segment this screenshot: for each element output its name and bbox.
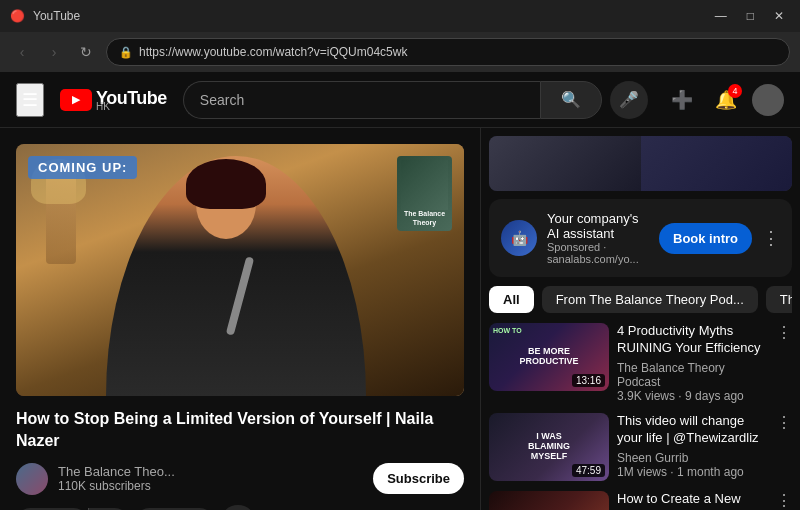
channel-row: The Balance Theo... 110K subscribers Sub…	[16, 463, 464, 495]
title-bar-title: YouTube	[33, 9, 80, 23]
thumb-label-1: BE MOREPRODUCTIVE	[517, 345, 580, 369]
chip-balance[interactable]: From The Balance Theory Pod...	[542, 286, 758, 313]
ad-logo-icon: 🤖	[511, 230, 528, 246]
rec-thumb-1: HOW TO BE MOREPRODUCTIVE 13:16	[489, 323, 609, 391]
rec-thumb-3: YOU NEEDTO HEARTHIS 1:26:19	[489, 491, 609, 510]
book-intro-button[interactable]: Book intro	[659, 223, 752, 254]
back-button[interactable]: ‹	[10, 40, 34, 64]
channel-name: The Balance Theo...	[58, 464, 363, 479]
rec-channel-1: The Balance Theory Podcast	[617, 361, 768, 389]
chip-all[interactable]: All	[489, 286, 534, 313]
main-content: COMING UP: The BalanceTheory How to Stop…	[0, 128, 800, 510]
rec-meta-1: 3.9K views · 9 days ago	[617, 389, 768, 403]
yt-logo-icon	[60, 89, 92, 111]
thumb-how-to-label: HOW TO	[493, 327, 522, 334]
rec-more-button-2[interactable]: ⋮	[776, 413, 792, 432]
ad-sponsored: Sponsored · sanalabs.com/yo...	[547, 241, 649, 265]
rec-title-3: How to Create a New Version of Yourself:…	[617, 491, 768, 510]
rec-video-1[interactable]: HOW TO BE MOREPRODUCTIVE 13:16 4 Product…	[489, 323, 792, 403]
title-bar-controls[interactable]: — □ ✕	[709, 7, 790, 25]
title-bar: 🔴 YouTube — □ ✕	[0, 0, 800, 32]
rec-video-3[interactable]: YOU NEEDTO HEARTHIS 1:26:19 How to Creat…	[489, 491, 792, 510]
subscribe-button[interactable]: Subscribe	[373, 463, 464, 494]
rec-thumb-2: I WASBLAMINGMYSELF 47:59	[489, 413, 609, 481]
url-text: https://www.youtube.com/watch?v=iQQUm04c…	[139, 45, 407, 59]
channel-avatar[interactable]	[16, 463, 48, 495]
rec-duration-2: 47:59	[572, 464, 605, 477]
notification-badge: 4	[728, 84, 742, 98]
ad-text: Your company's AI assistant Sponsored · …	[547, 211, 649, 265]
rec-duration-1: 13:16	[572, 374, 605, 387]
chip-thought[interactable]: Thought	[766, 286, 792, 313]
top-thumbnail	[489, 136, 792, 191]
create-button[interactable]: ➕	[664, 82, 700, 118]
lock-icon: 🔒	[119, 46, 133, 59]
rec-title-2: This video will change your life | @Thew…	[617, 413, 768, 447]
search-button[interactable]: 🔍	[540, 81, 602, 119]
ad-card: 🤖 Your company's AI assistant Sponsored …	[489, 199, 792, 277]
yt-logo[interactable]: YouTube HK	[60, 88, 167, 112]
rec-title-1: 4 Productivity Myths RUINING Your Effici…	[617, 323, 768, 357]
search-input[interactable]	[183, 81, 540, 119]
coming-up-badge: COMING UP:	[28, 156, 137, 179]
channel-subs: 110K subscribers	[58, 479, 363, 493]
rec-video-2[interactable]: I WASBLAMINGMYSELF 47:59 This video will…	[489, 413, 792, 481]
right-panel: 🤖 Your company's AI assistant Sponsored …	[480, 128, 800, 510]
browser-bar: ‹ › ↻ 🔒 https://www.youtube.com/watch?v=…	[0, 32, 800, 72]
rec-info-2: This video will change your life | @Thew…	[617, 413, 768, 481]
header-actions: ➕ 🔔 4	[664, 82, 784, 118]
rec-more-button-1[interactable]: ⋮	[776, 323, 792, 342]
maximize-button[interactable]: □	[741, 7, 760, 25]
rec-info-3: How to Create a New Version of Yourself:…	[617, 491, 768, 510]
more-actions-button[interactable]: •••	[220, 505, 256, 510]
recommendations-list: HOW TO BE MOREPRODUCTIVE 13:16 4 Product…	[489, 323, 792, 510]
rec-more-button-3[interactable]: ⋮	[776, 491, 792, 510]
yt-header: ☰ YouTube HK 🔍 🎤 ➕ 🔔 4	[0, 72, 800, 128]
forward-button[interactable]: ›	[42, 40, 66, 64]
video-title: How to Stop Being a Limited Version of Y…	[16, 408, 464, 453]
left-panel: COMING UP: The BalanceTheory How to Stop…	[0, 128, 480, 510]
rec-channel-2: Sheen Gurrib	[617, 451, 768, 465]
minimize-button[interactable]: —	[709, 7, 733, 25]
avatar[interactable]	[752, 84, 784, 116]
voice-search-button[interactable]: 🎤	[610, 81, 648, 119]
channel-info: The Balance Theo... 110K subscribers	[58, 464, 363, 493]
hamburger-menu-button[interactable]: ☰	[16, 83, 44, 117]
search-container: 🔍 🎤	[183, 81, 648, 119]
filter-chips: All From The Balance Theory Pod... Thoug…	[489, 285, 792, 313]
notifications-button[interactable]: 🔔 4	[708, 82, 744, 118]
video-player[interactable]: COMING UP: The BalanceTheory	[16, 144, 464, 396]
refresh-button[interactable]: ↻	[74, 40, 98, 64]
thumb-content-3: YOU NEEDTO HEARTHIS	[489, 491, 609, 510]
close-button[interactable]: ✕	[768, 7, 790, 25]
action-row: 👍 966 👎 ↗ Share •••	[16, 505, 464, 510]
mini-thumbnail: The BalanceTheory	[397, 156, 452, 231]
rec-info-1: 4 Productivity Myths RUINING Your Effici…	[617, 323, 768, 403]
mini-thumbnail-text: The BalanceTheory	[404, 210, 445, 227]
title-bar-favicon: 🔴	[10, 9, 25, 23]
title-bar-left: 🔴 YouTube	[10, 9, 80, 23]
ad-title: Your company's AI assistant	[547, 211, 649, 241]
yt-logo-country: HK	[96, 101, 167, 112]
ad-logo: 🤖	[501, 220, 537, 256]
rec-meta-2: 1M views · 1 month ago	[617, 465, 768, 479]
address-bar[interactable]: 🔒 https://www.youtube.com/watch?v=iQQUm0…	[106, 38, 790, 66]
ad-more-button[interactable]: ⋮	[762, 227, 780, 249]
thumb-label-2: I WASBLAMINGMYSELF	[526, 430, 572, 464]
